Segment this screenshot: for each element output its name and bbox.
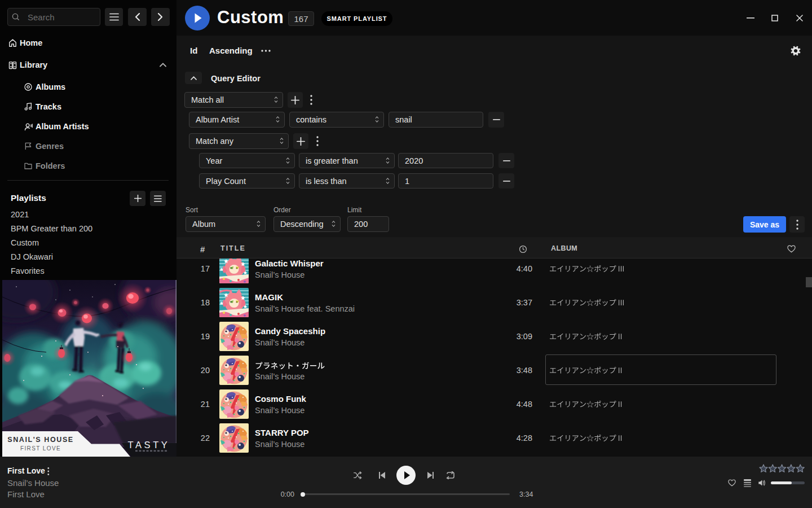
svg-text:TASTY: TASTY	[128, 440, 170, 450]
svg-text:SNAIL'S HOUSE: SNAIL'S HOUSE	[7, 436, 74, 444]
svg-text:FIRST LOVE: FIRST LOVE	[20, 445, 61, 452]
